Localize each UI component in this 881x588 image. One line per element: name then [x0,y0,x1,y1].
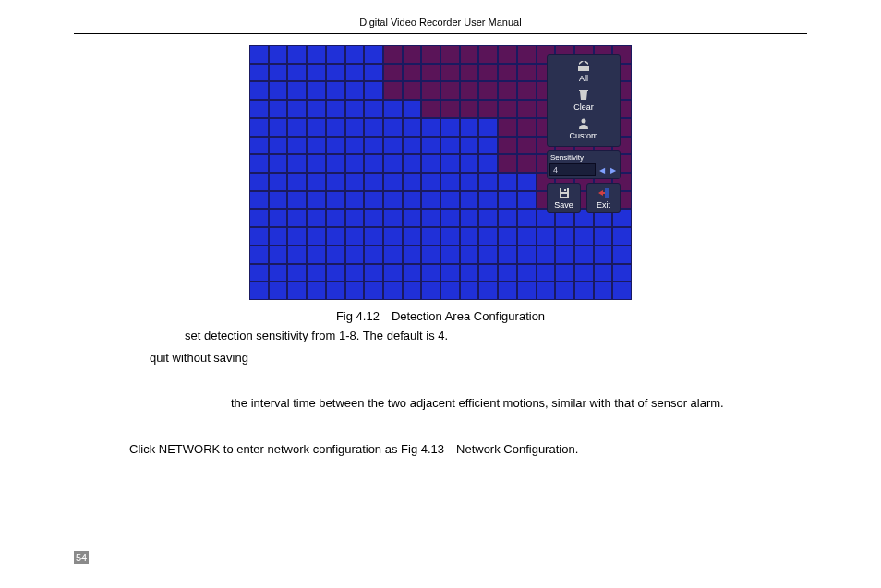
grid-cell[interactable] [460,246,479,264]
grid-cell[interactable] [345,191,365,210]
grid-cell[interactable] [421,173,440,191]
grid-cell[interactable] [383,191,403,210]
grid-cell[interactable] [460,264,479,282]
grid-cell[interactable] [478,191,498,210]
grid-cell[interactable] [383,209,403,227]
grid-cell[interactable] [383,264,403,282]
grid-cell[interactable] [440,173,460,191]
grid-cell[interactable] [517,137,537,155]
grid-cell[interactable] [555,227,574,246]
grid-cell[interactable] [517,64,537,82]
grid-cell[interactable] [440,227,460,246]
grid-cell[interactable] [594,282,613,300]
grid-cell[interactable] [269,227,288,246]
grid-cell[interactable] [478,100,498,118]
grid-cell[interactable] [307,137,326,155]
grid-cell[interactable] [460,81,479,100]
grid-cell[interactable] [498,191,517,210]
grid-cell[interactable] [326,209,345,227]
grid-cell[interactable] [364,45,383,64]
grid-cell[interactable] [478,137,498,155]
grid-cell[interactable] [517,45,537,64]
grid-cell[interactable] [326,137,345,155]
grid-cell[interactable] [460,173,479,191]
grid-cell[interactable] [269,100,288,118]
grid-cell[interactable] [269,191,288,210]
grid-cell[interactable] [460,64,479,82]
grid-cell[interactable] [383,137,403,155]
grid-cell[interactable] [612,227,632,246]
grid-cell[interactable] [364,173,383,191]
grid-cell[interactable] [326,282,345,300]
grid-cell[interactable] [269,154,288,173]
grid-cell[interactable] [421,264,440,282]
grid-cell[interactable] [287,209,307,227]
grid-cell[interactable] [498,282,517,300]
grid-cell[interactable] [345,282,365,300]
grid-cell[interactable] [269,118,288,137]
grid-cell[interactable] [307,246,326,264]
grid-cell[interactable] [383,81,403,100]
grid-cell[interactable] [421,64,440,82]
grid-cell[interactable] [403,100,422,118]
grid-cell[interactable] [440,246,460,264]
grid-cell[interactable] [383,45,403,64]
grid-cell[interactable] [249,64,269,82]
grid-cell[interactable] [478,118,498,137]
grid-cell[interactable] [421,246,440,264]
grid-cell[interactable] [249,264,269,282]
grid-cell[interactable] [249,209,269,227]
grid-cell[interactable] [269,173,288,191]
grid-cell[interactable] [440,209,460,227]
grid-cell[interactable] [421,191,440,210]
grid-cell[interactable] [326,81,345,100]
grid-cell[interactable] [460,227,479,246]
grid-cell[interactable] [440,45,460,64]
grid-cell[interactable] [307,154,326,173]
grid-cell[interactable] [287,173,307,191]
save-button[interactable]: Save [547,183,581,213]
grid-cell[interactable] [307,64,326,82]
grid-cell[interactable] [517,173,537,191]
grid-cell[interactable] [345,154,365,173]
grid-cell[interactable] [249,81,269,100]
grid-cell[interactable] [287,227,307,246]
grid-cell[interactable] [421,154,440,173]
grid-cell[interactable] [403,118,422,137]
grid-cell[interactable] [364,246,383,264]
grid-cell[interactable] [287,45,307,64]
grid-cell[interactable] [269,246,288,264]
grid-cell[interactable] [287,137,307,155]
grid-cell[interactable] [517,282,537,300]
grid-cell[interactable] [383,227,403,246]
grid-cell[interactable] [364,137,383,155]
grid-cell[interactable] [440,154,460,173]
grid-cell[interactable] [307,81,326,100]
grid-cell[interactable] [345,118,365,137]
grid-cell[interactable] [498,154,517,173]
grid-cell[interactable] [478,264,498,282]
grid-cell[interactable] [364,227,383,246]
grid-cell[interactable] [403,246,422,264]
grid-cell[interactable] [537,264,556,282]
grid-cell[interactable] [421,282,440,300]
grid-cell[interactable] [517,227,537,246]
grid-cell[interactable] [460,137,479,155]
grid-cell[interactable] [345,264,365,282]
grid-cell[interactable] [612,246,632,264]
grid-cell[interactable] [478,282,498,300]
grid-cell[interactable] [460,209,479,227]
grid-cell[interactable] [478,227,498,246]
grid-cell[interactable] [498,246,517,264]
grid-cell[interactable] [594,264,613,282]
grid-cell[interactable] [517,209,537,227]
grid-cell[interactable] [421,100,440,118]
grid-cell[interactable] [307,173,326,191]
grid-cell[interactable] [326,45,345,64]
grid-cell[interactable] [364,209,383,227]
grid-cell[interactable] [249,246,269,264]
grid-cell[interactable] [403,137,422,155]
grid-cell[interactable] [326,227,345,246]
grid-cell[interactable] [249,173,269,191]
grid-cell[interactable] [269,264,288,282]
